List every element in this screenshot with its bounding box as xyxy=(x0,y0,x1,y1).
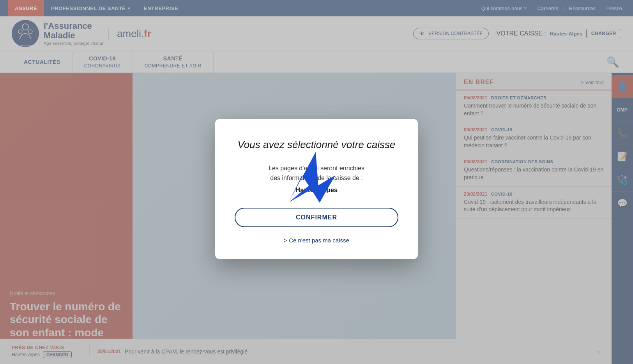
modal-title: Vous avez sélectionné votre caisse xyxy=(235,138,398,152)
not-my-caisse-link[interactable]: Ce n'est pas ma caisse xyxy=(235,237,398,244)
confirm-button[interactable]: CONFIRMER xyxy=(235,208,398,227)
blue-arrow-indicator xyxy=(288,152,335,204)
svg-marker-14 xyxy=(288,152,320,203)
